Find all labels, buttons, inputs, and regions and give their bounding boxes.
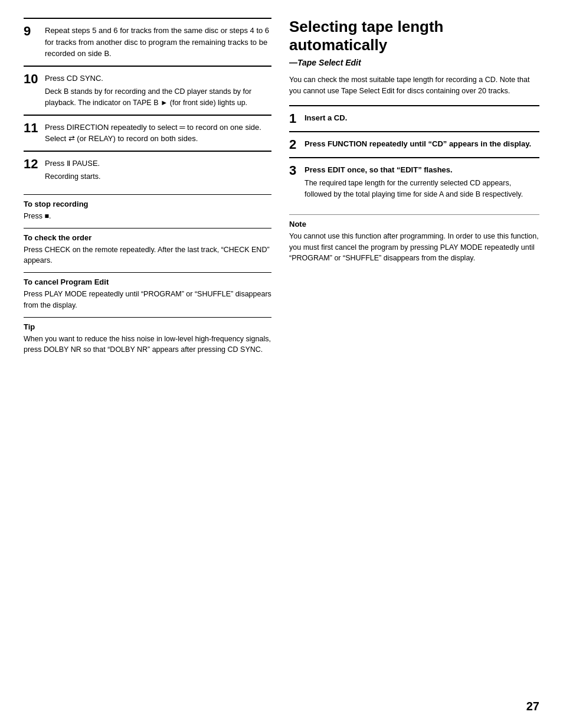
two-column-layout: 9 Repeat steps 5 and 6 for tracks from t… (24, 18, 539, 710)
cancel-program-title: To cancel Program Edit (24, 278, 271, 286)
check-order-content: Press CHECK on the remote repeatedly. Af… (24, 244, 271, 267)
step-10: 10 Press CD SYNC. Deck B stands by for r… (24, 66, 271, 115)
tip-content: When you want to reduce the hiss noise i… (24, 334, 271, 356)
right-step-2-content: Press FUNCTION repeatedly until “CD” app… (305, 138, 539, 150)
step-10-detail: Deck B stands by for recording and the C… (45, 86, 271, 109)
right-column: Selecting tape length automatically —Tap… (289, 18, 539, 710)
step-10-number: 10 (24, 73, 40, 86)
cancel-program-content: Press PLAY MODE repeatedly until “PROGRA… (24, 289, 271, 311)
step-12-number: 12 (24, 158, 40, 171)
check-order-section: To check the order Press CHECK on the re… (24, 228, 271, 267)
step-10-label: Press CD SYNC. (45, 74, 103, 83)
tip-title: Tip (24, 322, 271, 331)
right-step-2-number: 2 (289, 138, 300, 151)
step-12: 12 Press Ⅱ PAUSE. Recording starts. (24, 151, 271, 188)
check-order-title: To check the order (24, 233, 271, 242)
step-11-number: 11 (24, 122, 40, 135)
section-intro: You can check the most suitable tape len… (289, 74, 539, 97)
step-12-detail: Recording starts. (45, 171, 271, 182)
step-12-content: Press Ⅱ PAUSE. Recording starts. (45, 158, 271, 182)
right-step-3-detail: The required tape length for the current… (305, 178, 539, 200)
right-step-3-number: 3 (289, 164, 300, 177)
step-11: 11 Press DIRECTION repeatedly to select … (24, 115, 271, 151)
cancel-program-section: To cancel Program Edit Press PLAY MODE r… (24, 272, 271, 311)
stop-recording-content: Press ■. (24, 211, 271, 222)
note-section: Note You cannot use this function after … (289, 214, 539, 264)
step-10-content: Press CD SYNC. Deck B stands by for reco… (45, 73, 271, 109)
right-step-3-content: Press EDIT once, so that “EDIT” flashes.… (305, 164, 539, 200)
step-9-number: 9 (24, 25, 40, 38)
stop-recording-section: To stop recording Press ■. (24, 194, 271, 222)
page-number: 27 (526, 700, 539, 713)
step-11-content: Press DIRECTION repeatedly to select ═ t… (45, 122, 271, 145)
left-column: 9 Repeat steps 5 and 6 for tracks from t… (24, 18, 271, 710)
note-content: You cannot use this function after progr… (289, 231, 539, 264)
section-heading: Selecting tape length automatically (289, 18, 539, 54)
tip-section: Tip When you want to reduce the hiss noi… (24, 317, 271, 356)
step-12-label: Press Ⅱ PAUSE. (45, 159, 100, 168)
right-step-3: 3 Press EDIT once, so that “EDIT” flashe… (289, 157, 539, 206)
right-step-3-label: Press EDIT once, so that “EDIT” flashes. (305, 165, 453, 174)
right-step-2: 2 Press FUNCTION repeatedly until “CD” a… (289, 131, 539, 157)
step-9-content: Repeat steps 5 and 6 for tracks from the… (45, 25, 271, 60)
note-title: Note (289, 220, 539, 228)
right-step-1-label: Insert a CD. (305, 113, 347, 122)
right-step-1: 1 Insert a CD. (289, 105, 539, 131)
right-step-1-content: Insert a CD. (305, 112, 539, 124)
section-subheading: —Tape Select Edit (289, 58, 539, 67)
right-step-2-label: Press FUNCTION repeatedly until “CD” app… (305, 139, 531, 148)
right-step-1-number: 1 (289, 112, 300, 125)
step-9: 9 Repeat steps 5 and 6 for tracks from t… (24, 18, 271, 66)
page-container: 9 Repeat steps 5 and 6 for tracks from t… (0, 0, 563, 728)
stop-recording-title: To stop recording (24, 200, 271, 208)
